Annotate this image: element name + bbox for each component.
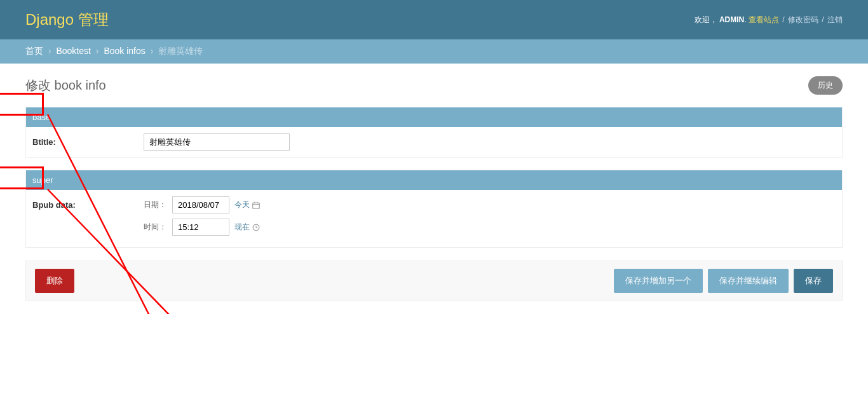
- branding[interactable]: Django 管理: [25, 10, 109, 30]
- header: Django 管理 欢迎， ADMIN. 查看站点 / 修改密码 / 注销: [0, 0, 868, 39]
- fieldset-base: base Btitle:: [25, 107, 843, 158]
- clock-icon[interactable]: [252, 224, 260, 231]
- fieldset-heading-super: super: [26, 170, 842, 190]
- save-button[interactable]: 保存: [794, 269, 833, 293]
- calendar-icon[interactable]: [252, 201, 260, 209]
- content: 修改 book info 历史 base Btitle: super Bpub …: [0, 64, 868, 314]
- change-password-link[interactable]: 修改密码: [788, 15, 818, 24]
- breadcrumb-current: 射雕英雄传: [158, 46, 203, 56]
- save-continue-button[interactable]: 保存并继续编辑: [708, 269, 789, 293]
- breadcrumb-model[interactable]: Book infos: [104, 46, 145, 56]
- form-row-bpub-data: Bpub data: 日期： 今天 时间： 现在: [26, 190, 842, 247]
- svg-rect-0: [253, 203, 260, 208]
- view-site-link[interactable]: 查看站点: [749, 15, 779, 24]
- username: ADMIN: [719, 15, 744, 24]
- submit-row: 删除 保存并增加另一个 保存并继续编辑 保存: [25, 261, 843, 301]
- fieldset-heading-base: base: [26, 107, 842, 127]
- breadcrumb-app[interactable]: Booktest: [56, 46, 90, 56]
- breadcrumb-home[interactable]: 首页: [25, 46, 43, 56]
- label-btitle: Btitle:: [32, 133, 144, 147]
- save-add-another-button[interactable]: 保存并增加另一个: [614, 269, 703, 293]
- input-btitle[interactable]: [144, 133, 290, 151]
- svg-line-6: [256, 227, 257, 228]
- input-time[interactable]: [172, 219, 229, 236]
- form-row-btitle: Btitle:: [26, 127, 842, 157]
- label-time: 时间：: [144, 222, 172, 233]
- page-title: 修改 book info: [25, 77, 106, 94]
- breadcrumb: 首页 › Booktest › Book infos › 射雕英雄传: [0, 39, 868, 64]
- input-date[interactable]: [172, 196, 229, 213]
- history-button[interactable]: 历史: [808, 76, 843, 95]
- fieldset-super: super Bpub data: 日期： 今天 时间： 现在: [25, 170, 843, 248]
- label-date: 日期：: [144, 200, 172, 210]
- welcome-text: 欢迎，: [695, 15, 717, 24]
- logout-link[interactable]: 注销: [827, 15, 843, 24]
- delete-button[interactable]: 删除: [35, 269, 74, 293]
- today-link[interactable]: 今天: [234, 200, 250, 210]
- label-bpub-data: Bpub data:: [32, 196, 144, 210]
- user-tools: 欢迎， ADMIN. 查看站点 / 修改密码 / 注销: [695, 15, 843, 25]
- now-link[interactable]: 现在: [234, 222, 250, 233]
